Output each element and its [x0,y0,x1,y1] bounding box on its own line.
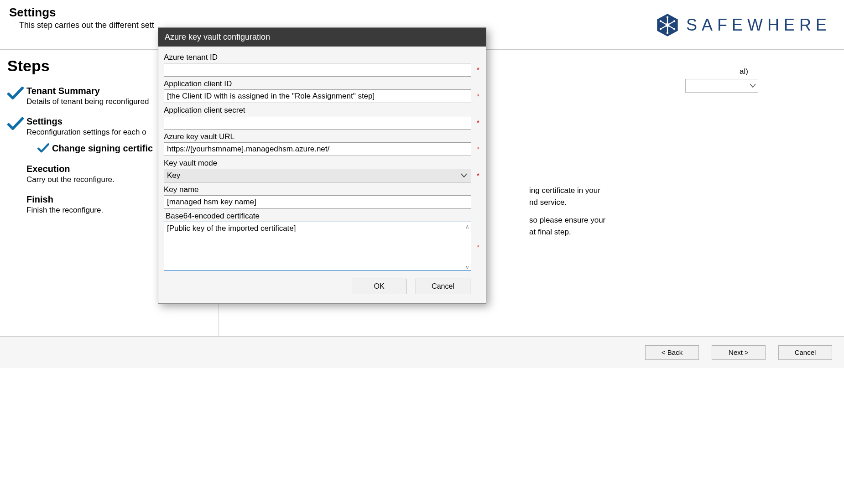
brand-logo: SAFEWHERE [655,13,831,37]
chevron-down-icon [461,172,467,179]
background-dropdown[interactable] [685,79,758,93]
required-icon: * [476,172,480,179]
checkmark-icon [7,117,24,132]
required-icon: * [476,119,480,126]
scroll-down-icon[interactable]: ∨ [465,264,469,270]
label-client-id: Application client ID [164,79,480,88]
input-vault-url[interactable] [164,142,471,156]
svg-point-9 [673,20,675,22]
label-b64-cert: Base64-encoded certificate [166,212,480,221]
input-key-name[interactable] [164,195,471,209]
label-tenant-id: Azure tenant ID [164,53,480,62]
field-label-fragment: al) [740,67,748,76]
info-fragment: nd service. [529,198,567,207]
label-key-name: Key name [164,185,480,194]
svg-point-8 [667,16,668,18]
scroll-up-icon[interactable]: ∧ [465,223,469,230]
required-icon: * [476,93,480,100]
select-vault-mode[interactable]: Key [164,169,471,182]
svg-point-11 [667,32,668,34]
brand-name: SAFEWHERE [686,16,831,35]
azure-key-vault-dialog: Azure key vault configuration Azure tena… [158,27,486,304]
info-fragment: at final step. [529,228,571,236]
label-vault-url: Azure key vault URL [164,132,480,141]
next-button[interactable]: Next > [712,345,766,360]
checkmark-icon [7,87,24,102]
required-icon: * [476,66,480,73]
select-vault-mode-value: Key [167,171,180,180]
info-fragment: so please ensure your [529,216,605,224]
svg-point-12 [660,28,662,30]
cancel-button[interactable]: Cancel [778,345,832,360]
label-vault-mode: Key vault mode [164,159,480,168]
svg-point-10 [673,28,675,30]
safewhere-icon [655,13,680,37]
input-tenant-id[interactable] [164,63,471,77]
back-button[interactable]: < Back [645,345,699,360]
ok-button[interactable]: OK [352,279,406,294]
textarea-b64-cert[interactable]: [Public key of the imported certificate] [164,222,471,271]
dialog-body: Azure tenant ID * Application client ID … [158,47,486,303]
dialog-title: Azure key vault configuration [158,28,486,47]
substep-title: Change signing certific [52,143,153,153]
input-client-secret[interactable] [164,116,471,130]
input-client-id[interactable] [164,89,471,103]
checkmark-icon [37,143,49,155]
dialog-cancel-button[interactable]: Cancel [416,279,470,294]
svg-point-13 [660,20,662,22]
info-text: ing certificate in yournd service. so pl… [529,185,831,244]
wizard-footer: < Back Next > Cancel [0,336,844,368]
chevron-down-icon [750,83,756,89]
label-client-secret: Application client secret [164,106,480,115]
info-fragment: ing certificate in your [529,186,600,195]
required-icon: * [476,145,480,153]
required-icon: * [476,244,480,251]
